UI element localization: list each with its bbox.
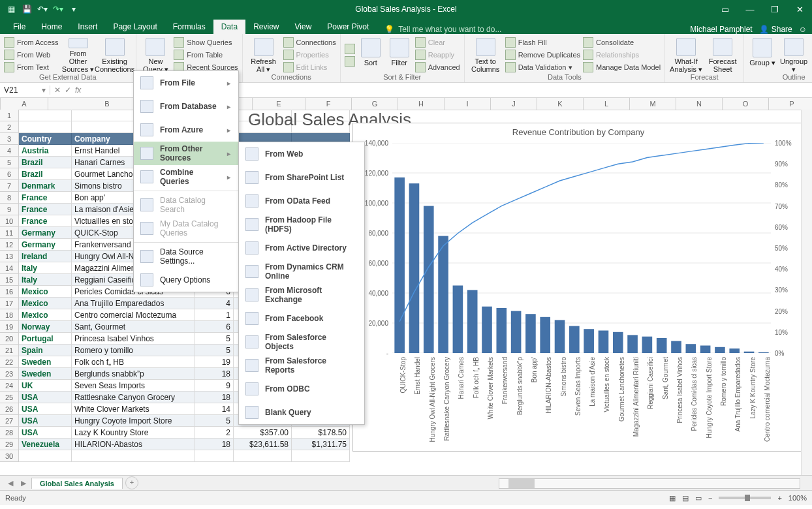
row-header[interactable]: 11 <box>0 227 19 239</box>
zoom-out-icon[interactable]: − <box>708 494 712 502</box>
zoom-in-icon[interactable]: + <box>777 494 781 502</box>
cell[interactable]: $357.00 <box>234 427 292 439</box>
filter-button[interactable]: Filter <box>386 37 413 73</box>
manage-data-model-button[interactable]: Manage Data Model <box>583 61 661 73</box>
col-header[interactable]: M <box>630 98 676 110</box>
cell[interactable]: Sant, Gourmet <box>72 321 195 333</box>
row-header[interactable]: 23 <box>0 368 19 380</box>
from-text-button[interactable]: From Text <box>4 61 59 73</box>
cell[interactable]: France <box>19 192 72 204</box>
tab-formulas[interactable]: Formulas <box>165 20 213 34</box>
cell[interactable]: 19 <box>195 356 234 368</box>
ribbon-options-icon[interactable]: ▭ <box>713 0 738 18</box>
sort-button[interactable]: Sort <box>358 37 384 73</box>
cell[interactable] <box>234 450 292 462</box>
cell[interactable]: Sweden <box>19 356 72 368</box>
tab-review[interactable]: Review <box>245 20 287 34</box>
existing-connections-button[interactable]: Existing Connections <box>98 37 132 73</box>
fx-icon[interactable]: fx <box>75 85 81 95</box>
cell[interactable] <box>19 450 72 462</box>
row-header[interactable]: 29 <box>0 439 19 450</box>
consolidate-button[interactable]: Consolidate <box>583 37 661 48</box>
cell[interactable]: Mexico <box>19 309 72 321</box>
cell[interactable]: Country <box>19 133 72 145</box>
advanced-filter-button[interactable]: Advanced <box>415 61 460 73</box>
cell[interactable]: 5 <box>195 345 234 356</box>
cell[interactable]: USA <box>19 427 72 439</box>
cell[interactable]: 9 <box>195 380 234 392</box>
cell[interactable]: Centro comercial Moctezuma <box>72 309 195 321</box>
row-header[interactable]: 18 <box>0 309 19 321</box>
menu-item-data-source-settings-[interactable]: Data Source Settings... <box>134 245 238 268</box>
cell[interactable]: 2 <box>195 427 234 439</box>
new-query-button[interactable]: New Query ▾ <box>140 37 172 73</box>
menu-item-from-hadoop-file-hdfs-[interactable]: From Hadoop File (HDFS) <box>239 213 364 236</box>
tell-me-search[interactable]: 💡 Tell me what you want to do... <box>384 25 501 34</box>
refresh-all-button[interactable]: Refresh All ▾ <box>247 37 281 73</box>
row-header[interactable]: 17 <box>0 298 19 309</box>
row-header[interactable]: 24 <box>0 380 19 392</box>
row-header[interactable]: 28 <box>0 427 19 439</box>
vertical-scrollbar[interactable] <box>801 110 812 475</box>
text-to-columns-button[interactable]: Text to Columns <box>469 37 503 73</box>
cell[interactable] <box>19 110 72 121</box>
row-header[interactable]: 26 <box>0 403 19 415</box>
sheet-nav-prev-icon[interactable]: ◀ <box>5 479 16 487</box>
cell[interactable]: Rattlesnake Canyon Grocery <box>72 392 195 403</box>
row-header[interactable]: 25 <box>0 392 19 403</box>
tab-page-layout[interactable]: Page Layout <box>105 20 164 34</box>
cell[interactable]: Berglunds snabbk”p <box>72 368 195 380</box>
cell[interactable]: Denmark <box>19 180 72 192</box>
cell[interactable]: 6 <box>195 321 234 333</box>
row-header[interactable]: 22 <box>0 356 19 368</box>
row-header[interactable]: 16 <box>0 286 19 298</box>
menu-item-from-database[interactable]: From Database▸ <box>134 95 238 118</box>
enter-formula-icon[interactable]: ✓ <box>65 85 71 95</box>
cell[interactable]: USA <box>19 403 72 415</box>
row-header[interactable]: 6 <box>0 168 19 180</box>
menu-item-combine-queries[interactable]: Combine Queries▸ <box>134 165 238 189</box>
cell[interactable]: 5 <box>195 333 234 345</box>
tab-view[interactable]: View <box>287 20 320 34</box>
sort-za-button[interactable] <box>345 55 355 67</box>
row-header[interactable]: 20 <box>0 333 19 345</box>
cell[interactable]: Seven Seas Imports <box>72 380 195 392</box>
col-header[interactable]: L <box>584 98 630 110</box>
col-header[interactable]: G <box>352 98 398 110</box>
cell[interactable]: Austria <box>19 145 72 157</box>
close-icon[interactable]: ✕ <box>787 0 812 18</box>
row-header[interactable]: 21 <box>0 345 19 356</box>
cell[interactable]: 18 <box>195 368 234 380</box>
row-header[interactable]: 9 <box>0 204 19 215</box>
cell[interactable]: USA <box>19 392 72 403</box>
cell[interactable]: Sweden <box>19 368 72 380</box>
row-header[interactable]: 5 <box>0 157 19 168</box>
minimize-icon[interactable]: — <box>738 0 762 18</box>
qat-customize-icon[interactable]: ▾ <box>67 2 81 16</box>
cell[interactable]: Germany <box>19 239 72 251</box>
cell[interactable]: Mexico <box>19 298 72 309</box>
row-header[interactable]: 15 <box>0 274 19 286</box>
tab-insert[interactable]: Insert <box>70 20 105 34</box>
cell[interactable]: 18 <box>195 392 234 403</box>
cell[interactable]: Princesa Isabel Vinhos <box>72 333 195 345</box>
cell[interactable]: Italy <box>19 262 72 274</box>
from-table-button[interactable]: From Table <box>174 49 238 61</box>
connections-button[interactable]: Connections <box>283 37 336 48</box>
horizontal-scrollbar[interactable] <box>499 478 800 489</box>
from-other-sources-button[interactable]: From Other Sources ▾ <box>61 37 95 73</box>
menu-item-from-microsoft-exchange[interactable]: From Microsoft Exchange <box>239 283 364 307</box>
cell[interactable]: France <box>19 204 72 215</box>
forecast-sheet-button[interactable]: Forecast Sheet <box>706 37 740 73</box>
row-header[interactable]: 1 <box>0 110 19 121</box>
col-header[interactable]: P <box>769 98 812 110</box>
name-box[interactable]: V21▾ <box>0 85 50 95</box>
restore-icon[interactable]: ❐ <box>762 0 787 18</box>
menu-item-from-dynamics-crm-online[interactable]: From Dynamics CRM Online <box>239 260 364 283</box>
zoom-slider[interactable] <box>719 497 771 499</box>
cell[interactable] <box>195 450 234 462</box>
row-header[interactable]: 8 <box>0 192 19 204</box>
tab-power-pivot[interactable]: Power Pivot <box>319 20 377 34</box>
cell[interactable]: Italy <box>19 274 72 286</box>
cell[interactable]: UK <box>19 380 72 392</box>
